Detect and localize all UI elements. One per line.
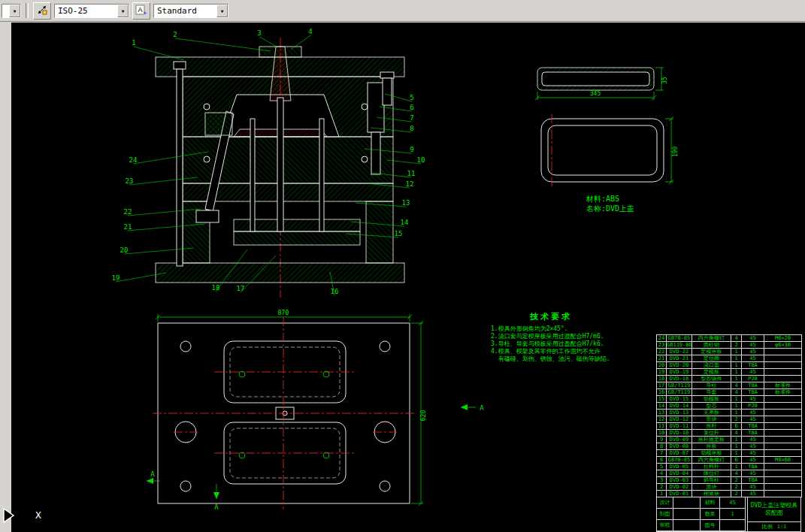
bom-row: 3DVD-03斜导柱2T8A bbox=[657, 477, 802, 484]
tech-req-line: 1.模具外形倒角均为2×45°. bbox=[491, 325, 611, 333]
part-material: 材料:ABS bbox=[586, 194, 634, 204]
bom-cell: 2 bbox=[657, 484, 667, 491]
callout-number: 11 bbox=[407, 170, 416, 177]
chevron-down-icon[interactable]: ▼ bbox=[216, 5, 228, 17]
bom-cell: DVD-07 bbox=[667, 450, 692, 457]
bom-cell: 内六角螺钉 bbox=[692, 457, 731, 464]
bom-cell: GB70-85 bbox=[667, 457, 692, 464]
plan-view[interactable]: 870 620 A A A bbox=[147, 310, 484, 511]
bom-cell: GB70-85 bbox=[667, 335, 692, 342]
bom-cell: 45 bbox=[742, 457, 764, 464]
dim-style-combo[interactable]: ISO-25 ▼ bbox=[54, 4, 129, 18]
section-view[interactable] bbox=[156, 38, 404, 298]
bom-cell: 支承板 bbox=[692, 410, 731, 416]
bom-cell: 13 bbox=[657, 410, 667, 416]
bom-row: 22DVD-22定模座板145 bbox=[657, 349, 802, 355]
title-block-cell bbox=[720, 520, 746, 531]
bom-cell: 1 bbox=[731, 362, 742, 369]
bom-cell: DVD-09 bbox=[667, 437, 692, 443]
bom-cell bbox=[764, 403, 802, 410]
dim-style-icon bbox=[36, 4, 48, 18]
bom-cell: 7 bbox=[657, 450, 667, 457]
bom-cell: 2 bbox=[731, 342, 742, 349]
bom-cell: 15 bbox=[657, 396, 667, 403]
bom-cell: 23 bbox=[657, 342, 667, 349]
bom-cell bbox=[764, 423, 802, 430]
bom-cell: 1 bbox=[731, 355, 742, 362]
callout-number: 4 bbox=[308, 28, 312, 35]
bom-cell: M8×60 bbox=[764, 457, 802, 464]
toolbar-separator bbox=[26, 3, 29, 18]
part-info: 材料:ABS 名称:DVD上盖 bbox=[586, 194, 634, 213]
bom-row: 8DVD-08推板145 bbox=[657, 443, 802, 450]
bom-cell: 2 bbox=[731, 416, 742, 423]
bom-cell: 45 bbox=[742, 355, 764, 362]
bom-cell: T8A bbox=[742, 382, 764, 389]
text-style-icon: A bbox=[135, 4, 147, 18]
callout-number: 17 bbox=[237, 285, 245, 292]
bom-cell: 18 bbox=[657, 376, 667, 382]
bom-cell: 1 bbox=[731, 369, 742, 376]
callout-number: 13 bbox=[402, 199, 410, 207]
callout-number: 6 bbox=[410, 104, 413, 111]
bom-cell: DVD-14 bbox=[667, 403, 692, 410]
bom-cell: 推杆固定板 bbox=[692, 437, 731, 443]
chevron-down-icon[interactable]: ▼ bbox=[117, 5, 129, 17]
callout-number: 7 bbox=[410, 114, 413, 122]
part-side-view[interactable]: 345 35 bbox=[535, 68, 668, 100]
chevron-down-icon[interactable]: ▼ bbox=[9, 5, 20, 17]
bom-cell: 标准件 bbox=[764, 382, 802, 389]
text-style-button[interactable]: A bbox=[132, 2, 150, 20]
bom-cell bbox=[764, 396, 802, 403]
bom-cell: 1 bbox=[731, 437, 742, 443]
callout-number: 14 bbox=[401, 219, 409, 226]
bom-cell: 动模座板 bbox=[692, 450, 731, 457]
title-block-cell: 材料 bbox=[701, 497, 720, 509]
svg-text:A: A bbox=[138, 6, 142, 14]
dim-plan-height: 620 bbox=[420, 410, 427, 422]
bom-cell: 斜导柱 bbox=[692, 477, 731, 484]
bom-row: 7DVD-07动模座板145 bbox=[657, 450, 802, 457]
bom-cell: 1 bbox=[731, 349, 742, 355]
bom-cell: 4 bbox=[731, 335, 742, 342]
text-style-value: Standard bbox=[154, 6, 216, 16]
bom-row: 19DVD-19定模板145 bbox=[657, 369, 802, 376]
bom-cell: 滑块 bbox=[692, 484, 731, 491]
bom-cell: 定模座板 bbox=[692, 349, 731, 355]
drawing-canvas[interactable]: 870 620 A A A bbox=[11, 23, 805, 532]
text-style-combo[interactable]: Standard ▼ bbox=[153, 4, 228, 18]
bom-cell: 推板 bbox=[692, 443, 731, 450]
dim-cover-height: 35 bbox=[661, 77, 668, 84]
bom-cell: 24 bbox=[657, 335, 667, 342]
bom-cell: 导柱 bbox=[692, 382, 731, 389]
bom-cell: 21 bbox=[657, 355, 667, 362]
title-block-grid: 设计材料45制图数量1审核图号 bbox=[657, 497, 748, 531]
section-label: A bbox=[480, 404, 484, 412]
bom-cell: 复位杆 bbox=[692, 430, 731, 437]
callout-number: 12 bbox=[406, 180, 414, 188]
bom-cell: 6 bbox=[731, 457, 742, 464]
callout-number: 19 bbox=[112, 274, 120, 282]
bom-cell: 20 bbox=[657, 362, 667, 369]
dim-style-button[interactable] bbox=[33, 2, 51, 20]
bom-cell: DVD-20 bbox=[667, 362, 692, 369]
layer-combo[interactable]: ▼ bbox=[2, 4, 21, 18]
bom-row: 14DVD-14型芯1P20 bbox=[657, 403, 802, 410]
callout-leader bbox=[175, 38, 271, 51]
bom-cell: 5 bbox=[657, 464, 667, 470]
bom-cell: 6 bbox=[731, 423, 742, 430]
bom-cell: 内六角螺钉 bbox=[692, 335, 731, 342]
bom-cell: 14 bbox=[657, 403, 667, 410]
bom-cell: 1 bbox=[731, 396, 742, 403]
bom-cell: 圆柱销 bbox=[692, 342, 731, 349]
callout-number: 8 bbox=[410, 125, 413, 132]
callout-number: 18 bbox=[212, 284, 220, 292]
bom-cell: DVD-15 bbox=[667, 396, 692, 403]
bom-cell: GB/T119 bbox=[667, 382, 692, 389]
bom-row: 5DVD-05拉料杆1T8A bbox=[657, 464, 802, 470]
bom-cell: 1 bbox=[731, 443, 742, 450]
bom-cell: 22 bbox=[657, 349, 667, 355]
part-top-view[interactable]: 190 bbox=[541, 114, 679, 186]
callout-number: 22 bbox=[124, 208, 132, 216]
bom-cell bbox=[764, 430, 802, 437]
